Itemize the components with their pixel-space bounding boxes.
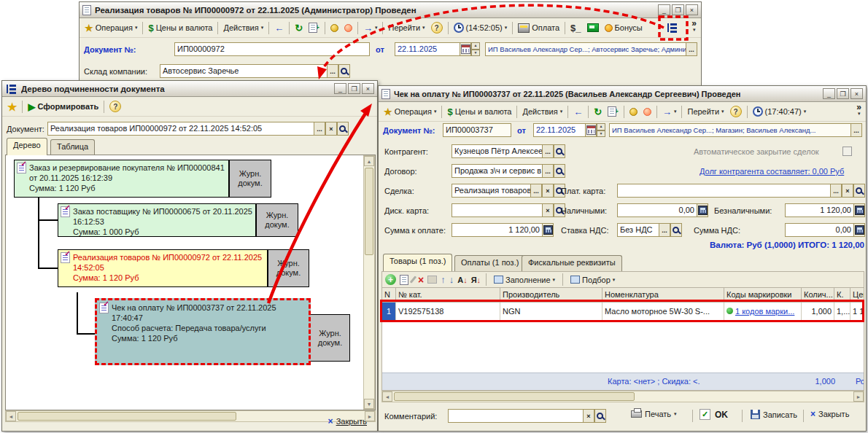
cash-drawer-button[interactable]	[585, 22, 601, 34]
tree-titlebar[interactable]: Дерево подчиненности документа _ ❒ ×	[2, 81, 377, 97]
journal-button[interactable]: Журн.докум.	[256, 203, 298, 237]
toolbar-overflow[interactable]: » ▾	[856, 104, 861, 117]
auto-close-checkbox[interactable]	[842, 147, 852, 156]
discount-clear-button[interactable]: ×	[542, 203, 554, 217]
help-button[interactable]: ?	[107, 99, 123, 114]
cash-calc-button[interactable]	[697, 203, 708, 217]
date-spinner[interactable]: ▲▼	[597, 123, 605, 137]
copy-add-button[interactable]: +	[306, 21, 322, 34]
tab-tree[interactable]: Дерево	[7, 138, 47, 155]
scroll-left-button[interactable]: ◄	[382, 391, 392, 402]
minimize-button[interactable]: _	[823, 88, 835, 99]
generate-button[interactable]: ▶Сформировать	[26, 101, 101, 113]
contract-search-button[interactable]	[554, 164, 565, 178]
col-header-qty[interactable]: Колич...	[802, 288, 834, 303]
contractor-ellipsis-button[interactable]: ...	[542, 144, 554, 158]
minimize-button[interactable]: _	[334, 83, 346, 94]
unpost-document-button[interactable]	[641, 106, 654, 117]
doc-date-field[interactable]: 22.11.2025	[533, 123, 586, 137]
pay-total-field[interactable]: 1 120,00	[452, 223, 543, 237]
col-header-vendor[interactable]: Производитель	[500, 288, 602, 303]
tab-goods[interactable]: Товары (1 поз.)	[383, 254, 452, 271]
goto-menu[interactable]: Перейти▾	[685, 106, 726, 117]
info-ellipsis-button[interactable]: ...	[686, 42, 697, 56]
create-based-on-button[interactable]: →▾	[660, 106, 679, 118]
warehouse-field[interactable]: Автосервис Заречье	[160, 64, 328, 78]
maximize-button[interactable]: ❒	[672, 4, 684, 15]
journal-button[interactable]: Журн.докум.	[229, 160, 271, 198]
sort-desc-button[interactable]: Я↓	[471, 276, 481, 284]
cash-field[interactable]: 0,00	[617, 203, 697, 217]
table-row[interactable]: 1 V192575138 NGN Масло моторное 5W-30 S-…	[382, 303, 864, 321]
col-header-k[interactable]: К.	[834, 288, 850, 303]
operation-menu[interactable]: ★Операция▾	[381, 106, 438, 118]
debt-link[interactable]: Долг контрагента составляет: 0,00 Руб	[700, 167, 844, 176]
tree-node-supplier-order[interactable]: Заказ поставщику № ИП00000675 от 20.11.2…	[58, 203, 256, 237]
tab-payments[interactable]: Оплаты (1 поз.)	[454, 255, 525, 271]
col-header-n[interactable]: N	[382, 288, 396, 303]
warehouse-search-button[interactable]	[338, 64, 350, 78]
fiscal-button[interactable]: $_	[568, 22, 583, 34]
tree-vscrollbar[interactable]: ▲ ▼	[363, 155, 375, 410]
comment-clear-button[interactable]: ×	[583, 409, 594, 423]
ok-button[interactable]: OK	[700, 409, 728, 420]
tree-node-payment-check[interactable]: Чек на оплату № ИП00003737 от 22.11.2025…	[95, 298, 311, 365]
toolbar-overflow[interactable]: » ▾	[691, 20, 697, 33]
contract-field[interactable]: Продажа з\ч и сервис в Руб от 30.10	[452, 164, 543, 178]
payment-button[interactable]: Оплата	[516, 22, 562, 34]
reread-button[interactable]: ←	[272, 22, 286, 34]
actions-menu[interactable]: Действия▾	[221, 22, 266, 34]
pay-card-field[interactable]	[617, 184, 831, 198]
close-button[interactable]: ×	[850, 88, 863, 99]
col-header-cat[interactable]: № кат.	[396, 288, 500, 303]
col-header-item[interactable]: Номенклатура	[602, 288, 724, 303]
tree-close-button[interactable]: × Закрыть	[328, 417, 367, 426]
add-row-button[interactable]	[385, 274, 396, 285]
print-button[interactable]: Печать▾	[631, 410, 677, 418]
pay-total-calc-button[interactable]	[542, 223, 554, 237]
deal-clear-button[interactable]: ×	[542, 184, 554, 198]
tree-doc-field[interactable]: Реализация товаров ИП00000972 от 22.11.2…	[47, 122, 314, 136]
help-button[interactable]: ?	[429, 20, 445, 35]
scroll-thumb[interactable]	[365, 168, 373, 255]
contractor-search-button[interactable]	[554, 144, 565, 158]
receipt-close-button[interactable]: ×Закрыть	[810, 410, 849, 418]
tab-table[interactable]: Таблица	[50, 139, 95, 155]
maximize-button[interactable]: ❒	[348, 83, 360, 94]
fill-menu[interactable]: Заполнение▾	[492, 274, 557, 286]
create-based-on-button[interactable]: →▾	[361, 22, 380, 34]
contractor-field[interactable]: Кузнецов Пётр Алексеевич	[452, 144, 543, 158]
marking-link[interactable]: 1 кодов марки...	[735, 307, 794, 316]
vat-ellipsis-button[interactable]: ...	[659, 223, 670, 237]
prices-currency-button[interactable]: $Цены и валюта	[146, 22, 214, 34]
copy-row-button[interactable]	[400, 275, 408, 285]
tree-node-customer-order[interactable]: Заказ и резервирование покупателя № ИП00…	[14, 160, 229, 198]
col-header-marking[interactable]: Коды маркировки	[724, 288, 802, 303]
post-document-button[interactable]	[627, 106, 640, 117]
vat-search-button[interactable]	[670, 223, 682, 237]
tab-fiscal[interactable]: Фискальные реквизиты	[522, 255, 622, 271]
edit-row-icon[interactable]	[410, 276, 416, 283]
prices-currency-button[interactable]: $Цены и валюта	[445, 106, 514, 118]
subordination-tree-button[interactable]	[664, 20, 681, 35]
receipt-titlebar[interactable]: Чек на оплату № ИП00003737 от 22.11.2025…	[379, 86, 866, 102]
journal-button[interactable]: Журн.докум.	[310, 314, 350, 362]
copy-add-button[interactable]: +	[605, 105, 621, 118]
minimize-button[interactable]: _	[658, 4, 670, 15]
help-button[interactable]: ?	[728, 104, 744, 119]
document-time-button[interactable]: (14:52:05)▾	[452, 21, 510, 34]
calendar-button[interactable]	[585, 123, 597, 137]
move-down-button[interactable]: ↓	[449, 275, 454, 284]
journal-button[interactable]: Журн.докум.	[268, 249, 309, 287]
unpost-document-button[interactable]	[342, 23, 354, 34]
warehouse-ellipsis-button[interactable]: ...	[327, 64, 338, 78]
pay-card-search-button[interactable]	[853, 184, 865, 198]
close-button[interactable]: ×	[686, 4, 698, 15]
table-hscrollbar[interactable]: ◄ ►	[381, 391, 864, 402]
doc-date-field[interactable]: 22.11.2025	[395, 42, 460, 56]
vat-sum-calc-button[interactable]	[853, 223, 865, 237]
vat-rate-field[interactable]: Без НДС	[617, 223, 659, 237]
maximize-button[interactable]: ❒	[837, 88, 849, 99]
operation-menu[interactable]: ★Операция▾	[82, 22, 139, 34]
post-document-button[interactable]	[328, 23, 341, 34]
